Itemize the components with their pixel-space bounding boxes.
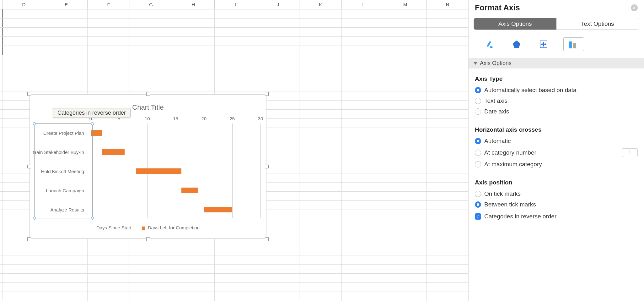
- legend-item[interactable]: Days Since Start: [96, 225, 131, 230]
- svg-rect-3: [569, 41, 572, 48]
- radio-icon[interactable]: [475, 201, 481, 208]
- seg-axis-options[interactable]: Axis Options: [474, 18, 556, 30]
- axis-options-tab-icon[interactable]: [563, 37, 584, 51]
- radio-icon[interactable]: [475, 161, 481, 167]
- radio-icon[interactable]: [475, 138, 481, 144]
- legend-swatch-icon: [142, 227, 145, 230]
- col-header[interactable]: J: [257, 0, 299, 9]
- effects-tab-icon[interactable]: [509, 37, 524, 51]
- tooltip: Categories in reverse order: [53, 108, 131, 118]
- radio-crosses-at-category[interactable]: At category number: [475, 148, 638, 157]
- crosses-heading: Horizontal axis crosses: [475, 126, 638, 133]
- radio-icon[interactable]: [475, 98, 481, 104]
- radio-icon[interactable]: [475, 87, 481, 93]
- col-header[interactable]: L: [342, 0, 384, 9]
- radio-auto-select[interactable]: Automatically select based on data: [475, 87, 638, 94]
- format-tabs: [469, 36, 644, 58]
- chart-plot-area[interactable]: Create Project PlanGain Stakeholder Buy-…: [91, 123, 260, 218]
- disclosure-triangle-icon: [474, 62, 477, 65]
- col-header[interactable]: N: [427, 0, 469, 9]
- radio-on-tick-marks[interactable]: On tick marks: [475, 190, 638, 197]
- col-header[interactable]: H: [172, 0, 215, 9]
- radio-icon[interactable]: [475, 191, 481, 197]
- svg-rect-4: [573, 43, 576, 48]
- col-header[interactable]: G: [130, 0, 172, 9]
- svg-point-0: [490, 46, 493, 48]
- svg-marker-1: [513, 41, 520, 48]
- radio-crosses-at-max[interactable]: At maximum category: [475, 161, 638, 168]
- col-header[interactable]: D: [3, 0, 45, 9]
- fill-line-tab-icon[interactable]: [482, 37, 497, 51]
- position-heading: Axis position: [475, 179, 638, 186]
- col-header[interactable]: K: [299, 0, 342, 9]
- col-header[interactable]: F: [88, 0, 130, 9]
- size-properties-tab-icon[interactable]: [536, 37, 551, 51]
- radio-between-tick-marks[interactable]: Between tick marks: [475, 201, 638, 208]
- column-headers: D E F G H I J K L M N: [0, 0, 468, 9]
- legend-item[interactable]: Days Left for Completion: [148, 225, 200, 230]
- col-header[interactable]: M: [384, 0, 427, 9]
- options-segmented-control: Axis Options Text Options: [474, 18, 639, 30]
- seg-text-options[interactable]: Text Options: [556, 18, 639, 30]
- format-axis-panel: Format Axis ✕ Axis Options Text Options …: [468, 0, 644, 301]
- radio-crosses-auto[interactable]: Automatic: [475, 138, 638, 145]
- checkbox-icon[interactable]: ✓: [475, 213, 481, 220]
- close-icon[interactable]: ✕: [631, 4, 638, 11]
- axis-type-heading: Axis Type: [475, 75, 638, 82]
- chart-legend[interactable]: Days Since Start Days Left for Completio…: [30, 225, 266, 230]
- category-number-input[interactable]: [622, 148, 638, 157]
- radio-icon[interactable]: [475, 108, 481, 115]
- col-header[interactable]: I: [215, 0, 257, 9]
- panel-title: Format Axis: [475, 3, 520, 12]
- radio-date-axis[interactable]: Date axis: [475, 108, 638, 115]
- checkbox-reverse-order[interactable]: ✓ Categories in reverse order: [475, 213, 638, 220]
- section-axis-options[interactable]: Axis Options: [469, 58, 644, 68]
- radio-icon[interactable]: [475, 150, 481, 156]
- radio-text-axis[interactable]: Text axis: [475, 97, 638, 104]
- col-header[interactable]: E: [45, 0, 88, 9]
